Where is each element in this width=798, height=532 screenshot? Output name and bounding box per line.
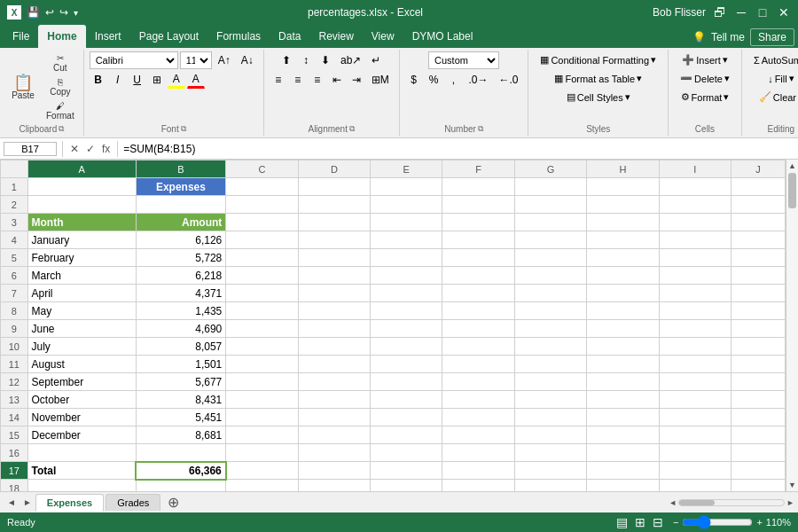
cell-b4[interactable]: 6,126 [136, 231, 226, 249]
cell-g14[interactable] [514, 409, 586, 426]
cell-f14[interactable] [442, 409, 514, 426]
cell-a13[interactable]: October [27, 391, 136, 409]
cell-b9[interactable]: 4,690 [136, 320, 226, 338]
cell-b8[interactable]: 1,435 [136, 302, 226, 320]
cell-f10[interactable] [442, 338, 514, 356]
cell-j4[interactable] [731, 231, 785, 249]
cell-b11[interactable]: 1,501 [136, 356, 226, 373]
cell-b10[interactable]: 8,057 [136, 338, 226, 356]
cell-c9[interactable] [226, 320, 298, 338]
cell-j15[interactable] [731, 426, 785, 444]
cell-h4[interactable] [587, 231, 659, 249]
page-layout-view-button[interactable]: ⊞ [632, 515, 648, 529]
confirm-formula-icon[interactable]: ✓ [84, 143, 97, 155]
cell-e3[interactable] [371, 214, 442, 231]
cell-b12[interactable]: 5,677 [136, 373, 226, 391]
cell-g8[interactable] [514, 302, 586, 320]
cell-j9[interactable] [731, 320, 785, 338]
align-top-button[interactable]: ⬆ [278, 51, 295, 69]
tab-review[interactable]: Review [309, 25, 362, 48]
cell-g17[interactable] [514, 462, 586, 480]
fill-color-button[interactable]: A [168, 71, 185, 89]
col-header-c[interactable]: C [226, 160, 298, 178]
cell-i13[interactable] [659, 391, 731, 409]
cell-a14[interactable]: November [27, 409, 136, 426]
col-header-e[interactable]: E [371, 160, 442, 178]
cell-e5[interactable] [371, 249, 442, 267]
cell-b2[interactable] [136, 196, 226, 214]
cell-i10[interactable] [659, 338, 731, 356]
cell-i15[interactable] [659, 426, 731, 444]
scroll-thumb[interactable] [788, 173, 796, 208]
cell-c6[interactable] [226, 267, 298, 285]
cell-h16[interactable] [587, 444, 659, 462]
font-color-button[interactable]: A [187, 71, 205, 89]
cell-a17[interactable]: Total [27, 462, 136, 480]
cell-b13[interactable]: 8,431 [136, 391, 226, 409]
cell-e4[interactable] [371, 231, 442, 249]
font-expand-icon[interactable]: ⧉ [181, 124, 186, 134]
cell-g2[interactable] [514, 196, 586, 214]
cell-d16[interactable] [298, 444, 370, 462]
cell-g4[interactable] [514, 231, 586, 249]
font-name-select[interactable]: Calibri [90, 51, 178, 69]
cell-a7[interactable]: April [27, 285, 136, 302]
redo-icon[interactable]: ↪ [59, 6, 68, 19]
autosum-button[interactable]: Σ AutoSum ▾ [747, 51, 798, 68]
cell-f12[interactable] [442, 373, 514, 391]
cell-g7[interactable] [514, 285, 586, 302]
cell-c17[interactable] [226, 462, 298, 480]
cell-j13[interactable] [731, 391, 785, 409]
cell-j12[interactable] [731, 373, 785, 391]
cell-j8[interactable] [731, 302, 785, 320]
zoom-in-button[interactable]: + [756, 517, 762, 528]
tab-scroll-right[interactable]: ► [20, 496, 35, 509]
format-button[interactable]: ⚙ Format ▾ [675, 89, 736, 106]
tab-insert[interactable]: Insert [86, 25, 130, 48]
conditional-formatting-button[interactable]: ▦ Conditional Formatting ▾ [534, 51, 662, 68]
minimize-icon[interactable]: ─ [734, 5, 748, 20]
h-scroll-left[interactable]: ◄ [669, 498, 677, 507]
cell-c10[interactable] [226, 338, 298, 356]
border-button[interactable]: ⊞ [148, 71, 166, 89]
cell-e6[interactable] [371, 267, 442, 285]
cell-b3[interactable]: Amount [136, 214, 226, 231]
cell-a12[interactable]: September [27, 373, 136, 391]
cell-i3[interactable] [659, 214, 731, 231]
align-left-button[interactable]: ≡ [270, 71, 287, 89]
vertical-scrollbar[interactable]: ▲ ▼ [786, 160, 798, 491]
cell-h17[interactable] [587, 462, 659, 480]
cell-d5[interactable] [298, 249, 370, 267]
orientation-button[interactable]: ab↗ [336, 51, 365, 69]
font-size-select[interactable]: 11 [180, 51, 212, 69]
scroll-down-arrow[interactable]: ▼ [786, 479, 798, 491]
cell-e11[interactable] [371, 356, 442, 373]
cell-i11[interactable] [659, 356, 731, 373]
cell-g15[interactable] [514, 426, 586, 444]
cell-b18[interactable] [136, 480, 226, 492]
cell-h18[interactable] [587, 480, 659, 492]
cell-b17[interactable]: 66,366 [136, 462, 226, 480]
cell-d9[interactable] [298, 320, 370, 338]
cell-c13[interactable] [226, 391, 298, 409]
insert-function-icon[interactable]: fx [100, 143, 112, 155]
comma-button[interactable]: , [444, 71, 462, 89]
cell-i6[interactable] [659, 267, 731, 285]
italic-button[interactable]: I [109, 71, 127, 89]
cell-e14[interactable] [371, 409, 442, 426]
cell-j16[interactable] [731, 444, 785, 462]
cell-f8[interactable] [442, 302, 514, 320]
cell-f16[interactable] [442, 444, 514, 462]
cell-f3[interactable] [442, 214, 514, 231]
cell-h7[interactable] [587, 285, 659, 302]
currency-button[interactable]: $ [405, 71, 423, 89]
tab-data[interactable]: Data [270, 25, 309, 48]
cell-b15[interactable]: 8,681 [136, 426, 226, 444]
col-header-b[interactable]: B [136, 160, 226, 178]
cell-i7[interactable] [659, 285, 731, 302]
cell-a9[interactable]: June [27, 320, 136, 338]
col-header-j[interactable]: J [731, 160, 785, 178]
align-center-button[interactable]: ≡ [289, 71, 307, 89]
cell-g3[interactable] [514, 214, 586, 231]
decrease-indent-button[interactable]: ⇤ [328, 71, 346, 89]
